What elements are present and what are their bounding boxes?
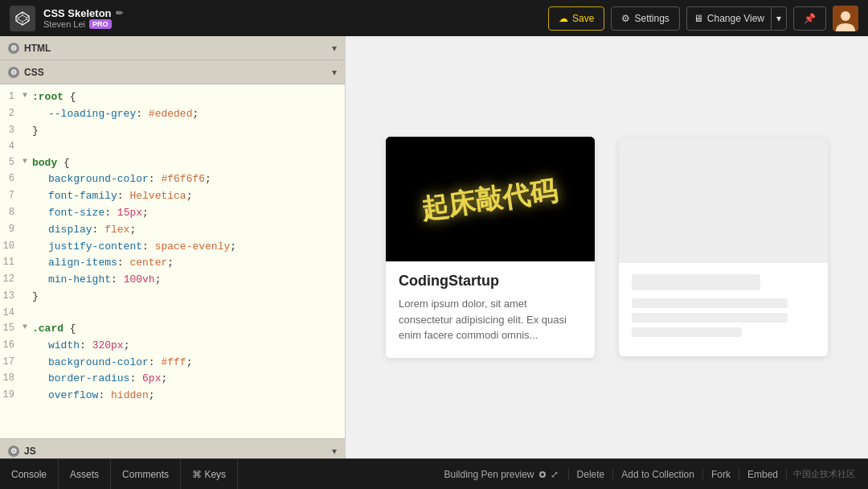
card-description: Lorem ipsum dolor, sit amet consectetur … [399, 296, 582, 343]
app-title: CSS Skeleton ✏ [43, 7, 123, 19]
save-label: Save [572, 13, 594, 24]
build-status: Building Pen preview ⤢ [434, 469, 567, 480]
preview-panel: 起床敲代码 CodingStartup Lorem ipsum dolor, s… [346, 36, 868, 458]
monitor-icon: 🖥 [694, 13, 703, 24]
delete-button[interactable]: Delete [568, 469, 613, 480]
embed-button[interactable]: Embed [739, 469, 787, 480]
js-section-header[interactable]: ⚙ JS ▾ [0, 439, 345, 458]
code-line-14: 14 [0, 306, 345, 321]
js-collapse-arrow[interactable]: ▾ [332, 446, 337, 457]
username: Steven Lei [43, 19, 85, 29]
settings-label: Settings [634, 13, 669, 24]
avatar[interactable] [833, 6, 858, 31]
change-view-group: 🖥 Change View ▾ [686, 6, 787, 31]
code-line-1: 1 ▼ :root { [0, 89, 345, 106]
editor-panel: ⚙ HTML ▾ ⚙ CSS ▾ 1 ▼ :root [0, 36, 346, 458]
html-section-header[interactable]: ⚙ HTML ▾ [0, 36, 345, 60]
card-title: CodingStartup [399, 273, 582, 290]
js-gear-icon: ⚙ [8, 446, 19, 457]
code-line-6: 6 background-color : #f6f6f6 ; [0, 171, 345, 188]
js-label: JS [24, 446, 36, 457]
code-line-10: 10 justify-content : space-evenly ; [0, 239, 345, 256]
code-line-2: 2 --loading-grey : #ededed ; [0, 106, 345, 123]
skeleton-line-2 [632, 313, 788, 323]
css-gear-icon: ⚙ [8, 67, 19, 78]
comments-tab[interactable]: Comments [111, 459, 181, 489]
code-line-15: 15 ▼ .card { [0, 321, 345, 338]
code-line-17: 17 background-color : #fff ; [0, 355, 345, 372]
app-title-text: CSS Skeleton [43, 7, 112, 19]
external-link-icon[interactable]: ⤢ [551, 469, 559, 480]
gear-icon: ⚙ [621, 13, 630, 24]
css-label: CSS [24, 67, 44, 78]
html-gear-icon: ⚙ [8, 43, 19, 54]
svg-marker-1 [18, 15, 27, 22]
topbar: CSS Skeleton ✏ Steven Lei PRO ☁ Save ⚙ S… [0, 0, 868, 36]
skeleton-line-1 [632, 298, 788, 308]
cloud-icon: ☁ [559, 13, 568, 24]
html-label: HTML [24, 43, 51, 54]
skeleton-body [619, 263, 828, 356]
js-section: ⚙ JS ▾ [0, 438, 345, 458]
skeleton-title-bar [632, 274, 760, 290]
code-line-11: 11 align-items : center ; [0, 255, 345, 272]
js-section-title: ⚙ JS [8, 446, 36, 457]
bottom-right-actions: Building Pen preview ⤢ Delete Add to Col… [434, 468, 868, 480]
codepen-logo-icon [14, 10, 31, 27]
add-to-collection-button[interactable]: Add to Collection [612, 469, 702, 480]
svg-point-9 [841, 11, 850, 21]
card-body: CodingStartup Lorem ipsum dolor, sit ame… [386, 261, 595, 358]
skeleton-line-3 [632, 327, 742, 337]
code-line-13: 13 } [0, 289, 345, 306]
pro-badge: PRO [89, 19, 112, 29]
pin-button[interactable]: 📌 [793, 6, 826, 31]
skeleton-card [619, 138, 828, 356]
html-collapse-arrow[interactable]: ▾ [332, 43, 337, 54]
css-section: ⚙ CSS ▾ 1 ▼ :root { 2 --loadin [0, 60, 345, 438]
app-info: CSS Skeleton ✏ Steven Lei PRO [43, 7, 123, 29]
change-view-label: Change View [707, 13, 764, 24]
html-section: ⚙ HTML ▾ [0, 36, 345, 60]
skeleton-image [619, 138, 828, 263]
code-line-8: 8 font-size : 15px ; [0, 205, 345, 222]
code-line-18: 18 border-radius : 6px ; [0, 371, 345, 388]
html-section-title: ⚙ HTML [8, 43, 51, 54]
css-section-title: ⚙ CSS [8, 67, 44, 78]
building-label: Building Pen preview [444, 469, 534, 480]
css-collapse-arrow[interactable]: ▾ [332, 67, 337, 78]
settings-button[interactable]: ⚙ Settings [611, 6, 679, 31]
code-line-3: 3 } [0, 123, 345, 140]
keys-tab[interactable]: ⌘ Keys [181, 459, 238, 489]
topbar-right: ☁ Save ⚙ Settings 🖥 Change View ▾ 📌 [548, 6, 858, 31]
card-image-svg: 起床敲代码 [386, 137, 595, 261]
fork-button[interactable]: Fork [702, 469, 739, 480]
card-component: 起床敲代码 CodingStartup Lorem ipsum dolor, s… [386, 137, 595, 358]
status-dot [539, 471, 546, 478]
code-line-5: 5 ▼ body { [0, 155, 345, 172]
card-image: 起床敲代码 [386, 137, 595, 261]
edit-icon[interactable]: ✏ [116, 8, 123, 18]
code-line-19: 19 overflow : hidden ; [0, 388, 345, 405]
app-user: Steven Lei PRO [43, 19, 123, 29]
bottombar: Console Assets Comments ⌘ Keys Building … [0, 458, 868, 489]
code-line-4: 4 [0, 139, 345, 154]
css-code-editor[interactable]: 1 ▼ :root { 2 --loading-grey : #ededed ; [0, 84, 345, 438]
logo-box [10, 6, 35, 31]
change-view-arrow-button[interactable]: ▾ [771, 6, 787, 31]
code-line-12: 12 min-height : 100vh ; [0, 272, 345, 289]
save-button[interactable]: ☁ Save [548, 6, 604, 31]
change-view-button[interactable]: 🖥 Change View [686, 6, 771, 31]
assets-tab[interactable]: Assets [59, 459, 111, 489]
code-line-9: 9 display : flex ; [0, 222, 345, 239]
code-line-16: 16 width : 320px ; [0, 338, 345, 355]
avatar-image [833, 6, 858, 31]
watermark-text: 中国企技术社区 [787, 468, 862, 480]
css-section-header[interactable]: ⚙ CSS ▾ [0, 60, 345, 84]
main-content: ⚙ HTML ▾ ⚙ CSS ▾ 1 ▼ :root [0, 36, 868, 458]
topbar-left: CSS Skeleton ✏ Steven Lei PRO [10, 6, 123, 31]
bottom-tabs: Console Assets Comments ⌘ Keys [0, 459, 238, 489]
code-line-7: 7 font-family : Helvetica ; [0, 188, 345, 205]
console-tab[interactable]: Console [0, 459, 59, 489]
